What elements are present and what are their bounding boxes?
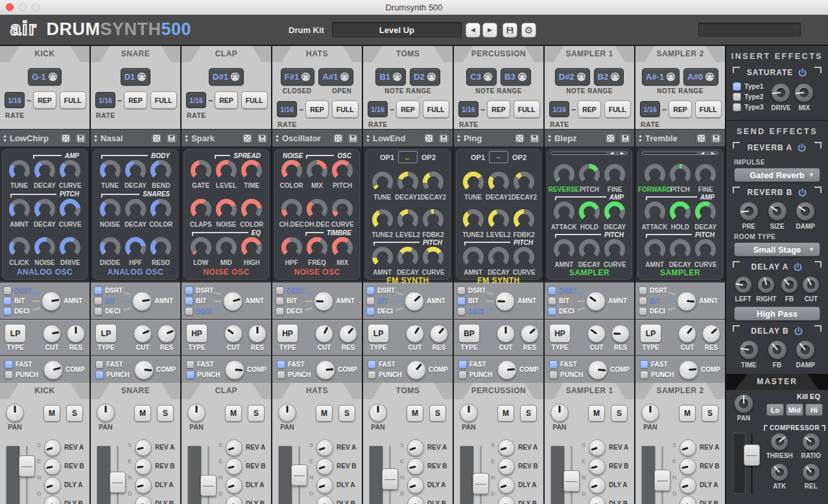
knob-level2[interactable]	[397, 209, 418, 230]
filter-type-button[interactable]: HP	[549, 324, 571, 343]
pan-knob[interactable]	[187, 404, 206, 422]
knob-amnt[interactable]	[645, 239, 665, 260]
comp-knob[interactable]	[497, 360, 517, 380]
knob-mix[interactable]	[332, 237, 353, 258]
knob-hpf[interactable]	[125, 237, 146, 258]
knob-fine[interactable]	[695, 164, 716, 185]
distortion-type-dsrt[interactable]: DSRT	[94, 286, 123, 295]
punch-toggle[interactable]: PUNCH	[277, 371, 311, 380]
send-knob-dly-a[interactable]	[407, 477, 424, 494]
filter-type-button[interactable]: BP	[458, 324, 480, 343]
distortion-led[interactable]	[94, 307, 102, 315]
preset-name[interactable]: Spark	[191, 133, 239, 143]
knob-decay[interactable]	[579, 239, 600, 260]
punch-led[interactable]	[95, 371, 104, 379]
solo-button[interactable]: S	[248, 405, 265, 422]
repeat-button[interactable]: REP	[33, 91, 56, 109]
knob-claps[interactable]	[191, 199, 211, 220]
full-button[interactable]: FULL	[695, 100, 722, 118]
volume-fader[interactable]	[26, 446, 28, 504]
mute-button[interactable]: M	[407, 405, 423, 422]
distortion-type-deci[interactable]: DECI	[366, 307, 395, 316]
fader-thumb[interactable]	[473, 473, 489, 494]
punch-toggle[interactable]: PUNCH	[640, 371, 674, 380]
distortion-led[interactable]	[548, 297, 556, 305]
fast-led[interactable]	[640, 360, 648, 369]
cutoff-knob[interactable]	[587, 325, 606, 343]
preset-spinner[interactable]: ▲▼	[456, 133, 461, 143]
mix-knob[interactable]	[794, 83, 814, 102]
knob-curve[interactable]	[423, 247, 444, 268]
send-knob-dly-a[interactable]	[589, 477, 606, 494]
knob-hpf[interactable]	[281, 237, 302, 258]
comp-knob[interactable]	[225, 360, 244, 380]
master-fader[interactable]	[751, 433, 753, 494]
punch-led[interactable]	[368, 371, 376, 379]
knob-attack[interactable]	[645, 201, 665, 222]
pan-knob[interactable]	[6, 404, 24, 422]
send-knob-rev-b[interactable]	[407, 458, 424, 475]
resonance-knob[interactable]	[339, 325, 357, 343]
mute-button[interactable]: M	[679, 405, 696, 422]
drive-knob[interactable]	[771, 83, 790, 102]
filter-type-button[interactable]: LP	[368, 324, 389, 343]
distortion-led[interactable]	[366, 297, 375, 305]
operator-selector[interactable]: OP1←OP2	[370, 151, 446, 163]
fast-toggle[interactable]: FAST	[186, 360, 220, 369]
knob-tune[interactable]	[9, 160, 30, 181]
knob-reverse[interactable]	[554, 164, 574, 185]
preset-name[interactable]: LowEnd	[373, 133, 420, 143]
distortion-led[interactable]	[548, 286, 556, 295]
distortion-type-bit[interactable]: BIT	[548, 297, 576, 306]
knob-curve[interactable]	[332, 199, 353, 220]
punch-led[interactable]	[5, 371, 13, 379]
knob-curve[interactable]	[60, 199, 80, 220]
note-button[interactable]: B2	[594, 68, 624, 86]
mute-button[interactable]: M	[43, 405, 60, 422]
mute-button[interactable]: M	[134, 405, 151, 422]
knob-drive[interactable]	[60, 237, 80, 258]
sample-prev-icon[interactable]: ◀	[697, 152, 707, 154]
send-knob-dly-b[interactable]	[135, 496, 152, 504]
distortion-amount-knob[interactable]	[41, 292, 61, 311]
send-knob-dly-a[interactable]	[498, 477, 515, 494]
fast-toggle[interactable]: FAST	[5, 360, 39, 369]
distortion-type-deci[interactable]: DECI	[94, 307, 123, 316]
comp-knob[interactable]	[134, 360, 154, 380]
save-preset-button[interactable]	[75, 133, 87, 144]
knob-mid[interactable]	[216, 237, 237, 258]
distortion-type-dsrt[interactable]: DSRT	[457, 286, 486, 295]
punch-toggle[interactable]: PUNCH	[368, 371, 402, 380]
resonance-knob[interactable]	[702, 325, 720, 343]
fader-thumb[interactable]	[563, 470, 580, 492]
comp-knob[interactable]	[316, 360, 335, 380]
mute-button[interactable]: M	[588, 405, 605, 422]
cutoff-knob[interactable]	[134, 325, 152, 343]
knob-reso[interactable]	[150, 237, 171, 258]
solo-button[interactable]: S	[702, 405, 718, 422]
knob-ch-dec[interactable]	[281, 199, 302, 220]
distortion-led[interactable]	[639, 307, 647, 315]
sample-next-icon[interactable]: ▶	[707, 152, 718, 154]
preset-spinner[interactable]: ▲▼	[184, 133, 189, 143]
saturate-type-type2[interactable]: Type2	[733, 93, 764, 101]
filter-type-button[interactable]: LP	[640, 324, 661, 343]
send-knob-rev-a[interactable]	[44, 439, 61, 456]
pan-knob[interactable]	[550, 404, 569, 422]
note-button[interactable]: C3	[466, 68, 497, 86]
volume-fader[interactable]	[389, 446, 391, 504]
distortion-type-bit[interactable]: BIT	[94, 297, 123, 306]
filter-type-button[interactable]: LP	[5, 324, 26, 343]
filter-type-button[interactable]: HP	[186, 324, 207, 343]
knob-hold[interactable]	[670, 201, 691, 222]
drum-kit-selector[interactable]: Level Up	[332, 22, 462, 38]
pan-knob[interactable]	[460, 404, 478, 422]
preset-name[interactable]: Nasal	[101, 133, 148, 143]
send-knob-dly-b[interactable]	[316, 496, 333, 504]
operator-mode-box[interactable]: –	[489, 151, 508, 163]
operator-selector[interactable]: OP1–OP2	[460, 151, 537, 163]
volume-fader[interactable]	[207, 446, 209, 504]
knob-decay[interactable]	[488, 247, 509, 268]
send-knob-dly-a[interactable]	[135, 477, 152, 494]
send-knob-dly-b[interactable]	[498, 496, 515, 504]
